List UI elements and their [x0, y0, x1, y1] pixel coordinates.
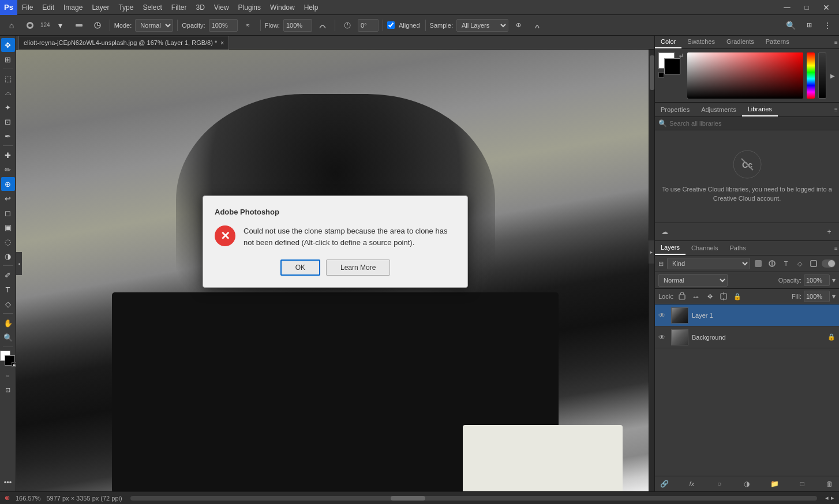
close-button[interactable]: ✕	[818, 0, 834, 16]
status-prev-icon[interactable]: ◂	[825, 494, 829, 502]
menu-view[interactable]: View	[209, 0, 234, 14]
lock-transparent-icon[interactable]	[677, 291, 687, 302]
link-layers-icon[interactable]: 🔗	[658, 478, 670, 490]
layer-row-layer1[interactable]: 👁 Layer 1	[655, 304, 839, 326]
document-tab[interactable]: eliott-reyna-jCEpN62oWL4-unsplash.jpg @ …	[18, 36, 229, 50]
hand-tool[interactable]: ✋	[1, 316, 15, 330]
layer-row-background[interactable]: 👁 Background 🔒	[655, 326, 839, 348]
delete-layer-button[interactable]: 🗑	[824, 478, 836, 490]
swap-icon[interactable]: ⇄	[679, 52, 684, 58]
hue-spectrum-bar[interactable]	[807, 52, 815, 99]
menu-type[interactable]: Type	[114, 0, 138, 14]
tab-channels[interactable]: Channels	[686, 242, 724, 254]
pixel-filter-icon[interactable]	[752, 258, 764, 269]
opacity-input[interactable]	[209, 19, 238, 32]
lock-artboard-icon[interactable]	[718, 291, 729, 302]
adjustment-filter-icon[interactable]	[766, 258, 778, 269]
object-selection-tool[interactable]: ✦	[1, 100, 15, 114]
vertical-scrollbar[interactable]	[649, 50, 654, 491]
add-mask-button[interactable]: ○	[714, 478, 725, 490]
left-panel-collapse[interactable]: ◂	[16, 252, 22, 275]
blend-mode-dropdown[interactable]: Normal	[658, 274, 728, 287]
text-tool[interactable]: T	[1, 283, 15, 296]
healing-brush-tool[interactable]: ✚	[1, 148, 15, 162]
opacity-jitter-button[interactable]: ≈	[240, 17, 256, 33]
brush-picker-button[interactable]: ▾	[53, 17, 69, 33]
layer-filter-dropdown[interactable]: Kind	[667, 258, 750, 269]
tab-layers[interactable]: Layers	[655, 241, 686, 255]
artboard-tool[interactable]: ⊞	[1, 52, 15, 66]
tab-gradients[interactable]: Gradients	[721, 36, 760, 48]
learn-more-button[interactable]: Learn More	[326, 259, 390, 276]
flow-input[interactable]	[283, 19, 312, 32]
horizontal-scrollbar[interactable]	[128, 496, 819, 501]
move-tool[interactable]: ✥	[1, 38, 15, 52]
color-panel-menu[interactable]: ≡	[833, 36, 839, 48]
lib-search-input[interactable]	[669, 120, 836, 127]
layer1-visibility-icon[interactable]: 👁	[658, 311, 668, 319]
opacity-input[interactable]	[804, 274, 830, 286]
menu-layer[interactable]: Layer	[87, 0, 114, 14]
more-tools-button[interactable]: •••	[1, 475, 15, 489]
minimize-button[interactable]: ─	[779, 0, 795, 16]
brush-mode-button[interactable]	[71, 17, 87, 33]
color-picker-gradient[interactable]	[687, 52, 803, 99]
background-visibility-icon[interactable]: 👁	[658, 333, 668, 341]
status-next-icon[interactable]: ▸	[831, 494, 834, 502]
lock-image-icon[interactable]	[691, 291, 701, 302]
shape-tool[interactable]: ◇	[1, 297, 15, 311]
sample-icon[interactable]: ⊕	[511, 17, 527, 33]
background-swatch[interactable]	[664, 58, 680, 74]
filter-toggle[interactable]	[822, 259, 836, 268]
color-swatches[interactable]: ⇄	[0, 351, 16, 367]
fx-button[interactable]: fx	[686, 478, 698, 490]
type-filter-icon[interactable]: T	[780, 258, 792, 269]
menu-help[interactable]: Help	[299, 0, 323, 14]
menu-file[interactable]: File	[17, 0, 38, 14]
mode-dropdown[interactable]: Normal	[135, 19, 173, 32]
tab-paths[interactable]: Paths	[724, 242, 752, 254]
smoothing-button[interactable]	[314, 17, 331, 33]
aligned-checkbox[interactable]	[387, 21, 395, 29]
tab-patterns[interactable]: Patterns	[760, 36, 795, 48]
angle-icon[interactable]	[339, 17, 355, 33]
swap-colors-icon[interactable]: ⇄	[12, 362, 16, 367]
reset-colors-icon[interactable]	[658, 72, 664, 78]
ok-button[interactable]: OK	[280, 259, 320, 276]
new-layer-button[interactable]: □	[796, 478, 808, 490]
maximize-button[interactable]: □	[799, 0, 815, 16]
lib-panel-menu[interactable]: ≡	[833, 104, 839, 115]
menu-edit[interactable]: Edit	[38, 0, 59, 14]
tab-swatches[interactable]: Swatches	[681, 36, 721, 48]
tab-libraries[interactable]: Libraries	[742, 103, 778, 116]
fill-arrow[interactable]: ▾	[832, 292, 836, 300]
dodge-tool[interactable]: ◑	[1, 249, 15, 263]
menu-image[interactable]: Image	[59, 0, 87, 14]
right-panel-collapse[interactable]: ▸	[649, 240, 654, 264]
menu-filter[interactable]: Filter	[167, 0, 192, 14]
vertical-scrollbar-thumb[interactable]	[650, 55, 654, 90]
extras-button[interactable]: •••	[1, 475, 15, 489]
screen-mode-button[interactable]: ⊡	[1, 383, 15, 397]
quick-mask-button[interactable]: ○	[1, 368, 15, 382]
zoom-tool[interactable]: 🔍	[1, 330, 15, 344]
pen-tool[interactable]: ✐	[1, 268, 15, 282]
lasso-tool[interactable]: ⌓	[1, 86, 15, 100]
add-adjustment-button[interactable]: ◑	[741, 478, 752, 490]
menu-3d[interactable]: 3D	[191, 0, 209, 14]
lock-all-icon[interactable]: 🔒	[732, 291, 743, 302]
brush-tool[interactable]: ✏	[1, 163, 15, 176]
layers-panel-menu[interactable]: ≡	[833, 243, 839, 254]
history-brush-tool[interactable]: ↩	[1, 191, 15, 205]
search-toolbar-button[interactable]: 🔍	[782, 17, 799, 33]
home-button[interactable]: ⌂	[3, 17, 20, 33]
menu-window[interactable]: Window	[265, 0, 299, 14]
shape-filter-icon[interactable]: ◇	[794, 258, 806, 269]
tool-preset-button[interactable]	[22, 17, 38, 33]
sample-dropdown[interactable]: All Layers	[456, 19, 508, 32]
new-group-button[interactable]: 📁	[769, 478, 780, 490]
eraser-tool[interactable]: ◻	[1, 206, 15, 220]
tab-close-button[interactable]: ×	[220, 40, 224, 46]
fill-input[interactable]	[804, 291, 830, 302]
scrollbar-thumb[interactable]	[391, 496, 425, 501]
